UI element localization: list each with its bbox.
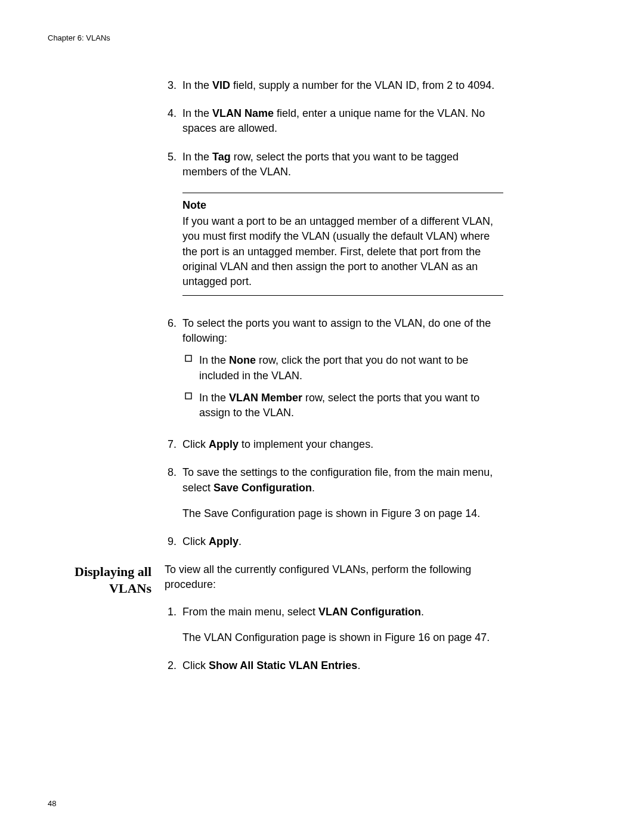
substep-6a: In the None row, click the port that you…: [182, 353, 503, 383]
step-9: 9. Click Apply.: [165, 534, 503, 549]
text: To select the ports you want to assign t…: [182, 316, 503, 346]
bold-term: Save Configuration: [213, 482, 312, 494]
text: .: [421, 606, 424, 618]
step-3: 3. In the VID field, supply a number for…: [165, 78, 503, 93]
text: Click: [182, 438, 209, 450]
note-title: Note: [182, 198, 503, 213]
svg-rect-1: [185, 393, 191, 399]
text: In the: [199, 354, 229, 366]
step-number: 2.: [165, 658, 182, 673]
step-4: 4. In the VLAN Name field, enter a uniqu…: [165, 106, 503, 136]
bold-term: VLAN Member: [229, 392, 302, 404]
followup-text: The VLAN Configuration page is shown in …: [182, 630, 503, 645]
bullet-icon: [182, 391, 199, 420]
step-number: 9.: [165, 534, 182, 549]
text: Click: [182, 535, 209, 547]
text: to implement your changes.: [239, 438, 373, 450]
section-heading-displaying-vlans: Displaying all VLANs: [48, 562, 165, 686]
bullet-icon: [182, 353, 199, 383]
step-6: 6. To select the ports you want to assig…: [165, 316, 503, 424]
bold-term: Apply: [209, 438, 239, 450]
bold-term: Apply: [209, 535, 239, 547]
bold-term: Show All Static VLAN Entries: [209, 659, 357, 671]
step-number: 4.: [165, 106, 182, 136]
text: .: [239, 535, 242, 547]
bold-term: Tag: [212, 151, 231, 163]
step-8: 8. To save the settings to the configura…: [165, 465, 503, 521]
section-intro: To view all the currently configured VLA…: [165, 562, 503, 592]
text: .: [312, 482, 315, 494]
text: .: [357, 659, 360, 671]
step-number: 7.: [165, 437, 182, 452]
svg-rect-0: [185, 355, 191, 361]
step-7: 7. Click Apply to implement your changes…: [165, 437, 503, 452]
bold-term: VLAN Name: [212, 107, 274, 119]
section2-step-2: 2. Click Show All Static VLAN Entries.: [165, 658, 503, 673]
text: From the main menu, select: [182, 606, 318, 618]
bold-term: VID: [212, 79, 230, 91]
section2-step-1: 1. From the main menu, select VLAN Confi…: [165, 605, 503, 645]
text: In the: [182, 151, 212, 163]
step-number: 5.: [165, 150, 182, 179]
step-5: 5. In the Tag row, select the ports that…: [165, 150, 503, 179]
running-header: Chapter 6: VLANs: [48, 33, 596, 42]
bold-term: VLAN Configuration: [318, 606, 421, 618]
step-number: 3.: [165, 78, 182, 93]
step-number: 8.: [165, 465, 182, 521]
page-number: 48: [48, 799, 56, 808]
text: In the: [199, 392, 229, 404]
followup-text: The Save Configuration page is shown in …: [182, 506, 503, 521]
note-box: Note If you want a port to be an untagge…: [182, 193, 503, 296]
note-body: If you want a port to be an untagged mem…: [182, 214, 503, 289]
step-number: 6.: [165, 316, 182, 424]
text: Click: [182, 659, 209, 671]
text: In the: [182, 79, 212, 91]
bold-term: None: [229, 354, 256, 366]
substep-6b: In the VLAN Member row, select the ports…: [182, 391, 503, 420]
step-number: 1.: [165, 605, 182, 645]
text: In the: [182, 107, 212, 119]
text: field, supply a number for the VLAN ID, …: [230, 79, 494, 91]
